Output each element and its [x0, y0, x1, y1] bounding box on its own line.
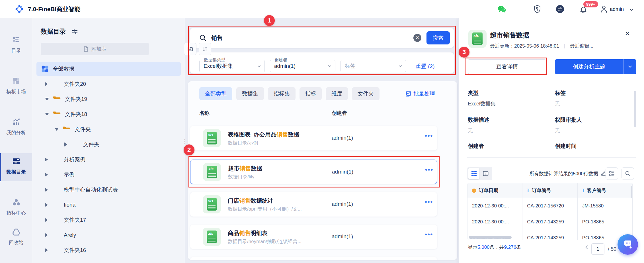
- detail-scrollbar[interactable]: [634, 91, 636, 127]
- tree-item-folder[interactable]: 文件夹19: [36, 92, 181, 106]
- batch-process-icon: [405, 91, 411, 97]
- tab-all-types[interactable]: 全部类型: [199, 87, 232, 100]
- chevron-down-icon: [628, 64, 632, 69]
- wechat-icon[interactable]: [498, 5, 506, 13]
- tree-item-folder[interactable]: 模型中心自动化测试表: [36, 183, 181, 197]
- expand-arrow-icon[interactable]: [45, 173, 48, 177]
- tree-item-folder[interactable]: fiona: [36, 198, 181, 212]
- sidebar-item-recycle-bin[interactable]: 回收站: [0, 224, 32, 252]
- field-value: 无: [468, 127, 473, 134]
- dataset-row-selected[interactable]: xls 超市销售数据 数据目录/lily admin(1) •••: [190, 160, 437, 184]
- structure-view-button[interactable]: [480, 168, 491, 179]
- chevron-down-icon: [328, 64, 332, 68]
- creator-select[interactable]: 创建者 admin(1): [270, 60, 335, 72]
- data-preview-table: 订单日期 T订单编号 T客户编号 2020-12-30 00:... CA-20…: [467, 183, 633, 240]
- more-actions-icon[interactable]: •••: [425, 198, 433, 206]
- close-icon[interactable]: ×: [625, 29, 630, 38]
- sidebar-item-my-analysis[interactable]: 我的分析: [0, 114, 32, 142]
- tab-dataset[interactable]: 数据集: [236, 87, 264, 100]
- sort-button[interactable]: [199, 43, 211, 55]
- sidebar-item-template-market[interactable]: 模板市场: [0, 73, 32, 101]
- tab-metric[interactable]: 指标: [300, 87, 322, 100]
- preview-view-toggle: [467, 167, 492, 180]
- search-input[interactable]: [211, 33, 408, 43]
- create-analysis-icon[interactable]: [410, 201, 417, 208]
- tab-dimension[interactable]: 维度: [326, 87, 348, 100]
- create-analysis-dropdown[interactable]: [623, 59, 636, 74]
- username-label[interactable]: admin: [610, 0, 624, 18]
- tree-item-folder[interactable]: 文件夹17: [36, 213, 181, 227]
- tree-item-all-data[interactable]: 全部数据: [36, 62, 181, 76]
- table-cell: JM-15580: [578, 198, 633, 214]
- more-actions-icon[interactable]: •••: [425, 231, 433, 238]
- search-button[interactable]: 搜索: [426, 31, 450, 44]
- create-analysis-button[interactable]: 创建分析主题: [555, 59, 636, 74]
- tree-item-folder[interactable]: 示例: [36, 168, 181, 182]
- collapse-arrow-icon[interactable]: [55, 128, 59, 131]
- grid-view-button[interactable]: [468, 168, 479, 179]
- prev-page-icon[interactable]: [584, 245, 589, 250]
- expand-arrow-icon[interactable]: [45, 233, 48, 237]
- expand-arrow-icon[interactable]: [45, 203, 48, 207]
- sidebar-item-data-catalog[interactable]: 数据目录: [0, 153, 32, 181]
- dataset-row[interactable]: xls 门店销售数据统计 数据目录/april专用（不可删）/文... admi…: [190, 192, 437, 217]
- new-folder-button[interactable]: [184, 43, 196, 55]
- field-settings-button[interactable]: [606, 167, 618, 180]
- batch-process-button[interactable]: 批量处理: [405, 90, 435, 97]
- table-horizontal-scrollbar[interactable]: [469, 236, 512, 239]
- tree-item-label: 文件夹19: [65, 95, 87, 103]
- dataset-row[interactable]: [190, 257, 437, 260]
- table-header-cell[interactable]: T订单编号: [522, 183, 577, 198]
- collapse-arrow-icon[interactable]: [45, 98, 49, 101]
- expand-arrow-icon[interactable]: [45, 248, 48, 252]
- reset-filters-link[interactable]: 重置 (2): [416, 63, 435, 70]
- tree-item-folder[interactable]: 文件夹20: [36, 77, 181, 91]
- transfer-icon[interactable]: [556, 5, 564, 13]
- edit-note-icon[interactable]: [600, 170, 606, 176]
- more-actions-icon[interactable]: •••: [425, 132, 433, 140]
- expand-arrow-icon[interactable]: [64, 142, 67, 146]
- more-actions-icon[interactable]: •••: [425, 166, 433, 174]
- tree-item-folder[interactable]: 文件夹18: [36, 107, 181, 121]
- page-number-input[interactable]: [591, 243, 604, 255]
- panel-resize-handle[interactable]: ⋮: [182, 140, 187, 143]
- user-menu-chevron-icon[interactable]: [629, 7, 634, 12]
- tree-item-folder[interactable]: 文件夹: [36, 123, 181, 136]
- folder-icon: [51, 232, 60, 239]
- table-vertical-scrollbar[interactable]: [631, 186, 632, 198]
- tab-metric-set[interactable]: 指标集: [268, 87, 296, 100]
- tab-folder[interactable]: 文件夹: [352, 87, 380, 100]
- tree-item-folder[interactable]: Arely: [36, 228, 181, 242]
- table-search-button[interactable]: [622, 167, 634, 180]
- tree-item-folder[interactable]: 分析案例: [36, 153, 181, 166]
- table-header-cell[interactable]: 订单日期: [467, 183, 522, 198]
- folder-icon: [51, 186, 60, 193]
- tag-select[interactable]: 标签: [341, 60, 406, 72]
- sidebar-item-label: 我的分析: [0, 129, 32, 136]
- tree-item-folder[interactable]: 文件夹16: [36, 243, 181, 257]
- clear-search-icon[interactable]: ✕: [413, 34, 421, 42]
- view-details-button[interactable]: 查看详情: [468, 59, 546, 74]
- add-table-button[interactable]: 添加表: [41, 43, 149, 55]
- expand-arrow-icon[interactable]: [45, 158, 48, 162]
- dataset-row[interactable]: xls 表格图表_办公用品销售数据 数据目录/示例 admin(1) •••: [190, 126, 437, 150]
- create-analysis-icon[interactable]: [410, 135, 417, 142]
- sidebar-item-catalog[interactable]: 目录: [0, 32, 32, 60]
- table-header-cell[interactable]: T客户编号: [578, 183, 633, 198]
- tree-filter-icon[interactable]: [72, 28, 78, 35]
- expand-arrow-icon[interactable]: [45, 188, 48, 192]
- expand-arrow-icon[interactable]: [45, 218, 48, 222]
- sidebar-item-metric-center[interactable]: 指标中心: [0, 194, 32, 222]
- user-avatar-icon[interactable]: [600, 5, 608, 13]
- create-analysis-icon[interactable]: [410, 233, 417, 240]
- collapse-arrow-icon[interactable]: [45, 113, 49, 116]
- tree-item-folder[interactable]: 文件夹: [36, 138, 181, 151]
- security-shield-icon[interactable]: [533, 5, 542, 13]
- expand-arrow-icon[interactable]: [45, 82, 48, 86]
- dataset-row[interactable]: xls 商品销售明细表 数据目录/heyman/抽取/连锁经营... admin…: [190, 225, 437, 249]
- dataset-type-select[interactable]: 数据集类型 Excel数据集: [199, 60, 265, 72]
- column-header-creator: 创建者: [332, 110, 347, 117]
- tree-panel-title: 数据目录: [41, 27, 66, 36]
- create-analysis-icon[interactable]: [410, 169, 417, 176]
- ai-chat-button[interactable]: [618, 234, 638, 255]
